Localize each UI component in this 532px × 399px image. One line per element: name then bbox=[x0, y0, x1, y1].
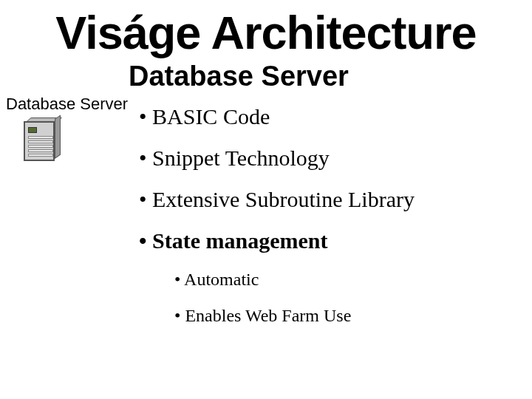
server-icon bbox=[24, 118, 132, 163]
bullet-item: • State management bbox=[139, 228, 526, 253]
bullet-item: • Snippet Technology bbox=[139, 146, 526, 171]
bullet-item: • Extensive Subroutine Library bbox=[139, 187, 526, 212]
sub-bullet-item: • Automatic bbox=[174, 270, 526, 290]
left-column-label: Database Server bbox=[6, 95, 132, 114]
bullet-text: Extensive Subroutine Library bbox=[152, 187, 415, 211]
sub-bullet-text: Enables Web Farm Use bbox=[185, 306, 351, 325]
sub-bullet-text: Automatic bbox=[184, 270, 259, 289]
content: Database Server Database Server • BASIC … bbox=[0, 59, 532, 342]
section-heading: Database Server bbox=[129, 61, 526, 92]
bullet-text: BASIC Code bbox=[152, 104, 270, 129]
bullet-text: Snippet Technology bbox=[152, 146, 330, 170]
slide-title: Viságe Architecture bbox=[0, 0, 532, 59]
sub-bullet-item: • Enables Web Farm Use bbox=[174, 306, 526, 326]
bullet-item: • BASIC Code bbox=[139, 104, 526, 129]
left-column: Database Server bbox=[6, 59, 132, 342]
bullet-text: State management bbox=[152, 228, 327, 253]
right-column: Database Server • BASIC Code • Snippet T… bbox=[132, 59, 526, 342]
